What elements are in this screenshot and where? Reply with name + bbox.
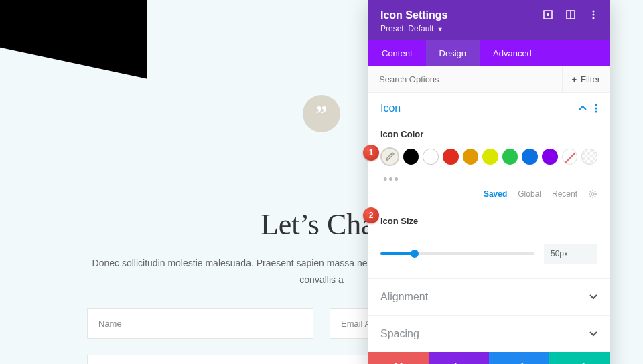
palette-recent[interactable]: Recent — [552, 189, 577, 199]
svg-point-8 — [595, 108, 597, 110]
svg-point-6 — [593, 17, 595, 19]
chevron-down-icon — [589, 331, 597, 337]
save-button[interactable] — [549, 352, 610, 364]
swatch-white[interactable] — [423, 149, 439, 165]
palette-tabs: Saved Global Recent — [368, 189, 610, 211]
collapse-icon[interactable] — [579, 106, 587, 111]
name-field[interactable]: Name — [87, 308, 313, 339]
header-icons — [543, 9, 599, 20]
section-spacing[interactable]: Spacing — [368, 315, 610, 352]
help-icon[interactable] — [565, 9, 576, 20]
menu-dots-icon[interactable] — [588, 9, 599, 20]
svg-point-1 — [547, 14, 549, 15]
alignment-label: Alignment — [380, 291, 428, 303]
spacing-label: Spacing — [380, 328, 419, 340]
preset-dropdown[interactable]: Preset: Default ▼ — [380, 24, 597, 33]
section-title: Icon — [380, 102, 401, 114]
preset-label: Preset: — [380, 24, 406, 33]
svg-point-7 — [595, 104, 597, 106]
background-shape — [0, 0, 147, 79]
slider-fill — [380, 252, 415, 255]
swatch-purple[interactable] — [542, 149, 558, 165]
expand-icon[interactable] — [543, 9, 553, 20]
swatch-none[interactable] — [562, 149, 578, 165]
tabs: Content Design Advanced — [368, 40, 610, 66]
redo-button[interactable] — [489, 352, 549, 364]
preset-value: Default — [408, 24, 433, 33]
icon-size-label: Icon Size — [380, 211, 597, 234]
section-menu-icon[interactable] — [595, 104, 597, 113]
palette-global[interactable]: Global — [518, 189, 541, 199]
plus-icon: + — [572, 74, 577, 84]
svg-point-4 — [593, 11, 595, 13]
filter-button[interactable]: + Filter — [562, 66, 610, 92]
svg-point-5 — [593, 14, 595, 16]
icon-size-block: Icon Size 50px — [368, 211, 610, 278]
swatch-red[interactable] — [443, 149, 459, 165]
swatch-yellow[interactable] — [482, 149, 498, 165]
swatch-blue[interactable] — [522, 149, 538, 165]
search-row: + Filter — [368, 66, 610, 93]
panel-header: Icon Settings Preset: Default ▼ — [368, 0, 610, 40]
section-alignment[interactable]: Alignment — [368, 278, 610, 315]
section-icon-header[interactable]: Icon — [368, 93, 610, 124]
svg-point-10 — [591, 193, 594, 195]
quote-icon[interactable]: ” — [303, 95, 340, 132]
swatch-orange[interactable] — [463, 149, 479, 165]
eyedropper-swatch[interactable] — [380, 147, 399, 166]
more-swatches-icon[interactable]: ••• — [368, 173, 610, 189]
undo-button[interactable] — [429, 352, 489, 364]
slider-thumb[interactable] — [411, 250, 419, 258]
icon-color-label: Icon Color — [368, 124, 610, 147]
swatch-transparent[interactable] — [581, 149, 597, 165]
panel-footer — [368, 352, 610, 364]
chevron-down-icon — [589, 294, 597, 300]
gear-icon[interactable] — [588, 189, 597, 199]
icon-size-value[interactable]: 50px — [544, 244, 597, 264]
tab-design[interactable]: Design — [426, 40, 480, 66]
cancel-button[interactable] — [368, 352, 429, 364]
settings-panel: Icon Settings Preset: Default ▼ Content … — [368, 0, 610, 364]
icon-size-slider[interactable] — [380, 252, 534, 255]
annotation-badge-1: 1 — [363, 145, 379, 161]
swatch-black[interactable] — [403, 149, 419, 165]
search-input[interactable] — [368, 66, 562, 92]
section-actions — [579, 104, 597, 113]
icon-size-row: 50px — [380, 244, 597, 264]
swatch-row — [368, 147, 610, 173]
filter-label: Filter — [581, 74, 600, 84]
caret-down-icon: ▼ — [437, 26, 443, 33]
annotation-badge-2: 2 — [363, 207, 379, 223]
palette-saved[interactable]: Saved — [484, 189, 507, 199]
swatch-green[interactable] — [502, 149, 518, 165]
svg-point-9 — [595, 111, 597, 113]
tab-advanced[interactable]: Advanced — [480, 40, 545, 66]
tab-content[interactable]: Content — [368, 40, 426, 66]
